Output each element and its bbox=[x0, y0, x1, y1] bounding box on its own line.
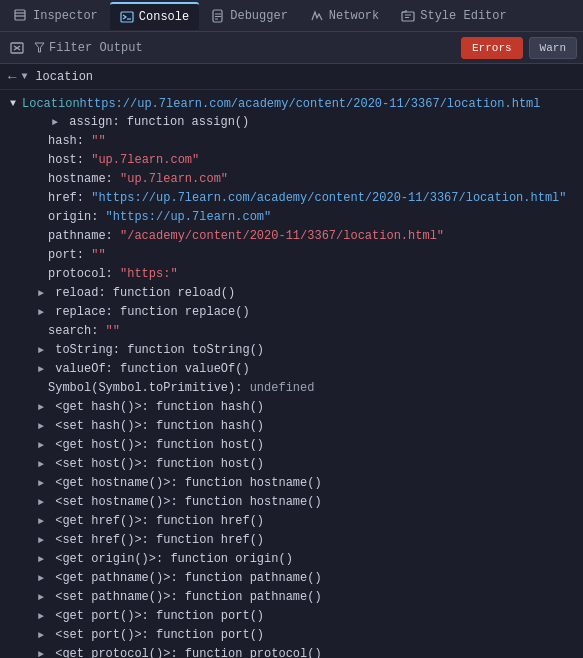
line-set-hostname: ► <set hostname()>: function hostname() bbox=[0, 493, 583, 512]
filter-label: Filter Output bbox=[34, 41, 143, 55]
valueof-expand[interactable]: ► bbox=[34, 361, 48, 378]
nav-label-debugger: Debugger bbox=[230, 9, 288, 23]
line-get-host: ► <get host()>: function host() bbox=[0, 436, 583, 455]
line-set-host: ► <set host()>: function host() bbox=[0, 455, 583, 474]
location-key: Location bbox=[22, 97, 80, 111]
breadcrumb-text: location bbox=[35, 70, 93, 84]
set-hostname-expand[interactable]: ► bbox=[34, 494, 48, 511]
line-host: host: "up.7learn.com" bbox=[0, 151, 583, 170]
back-arrow-icon[interactable]: ← bbox=[8, 69, 16, 85]
breadcrumb-nav[interactable]: ← ▼ bbox=[8, 69, 27, 85]
line-search: search: "" bbox=[0, 322, 583, 341]
warn-button[interactable]: Warn bbox=[529, 37, 577, 59]
breadcrumb-bar: ← ▼ location bbox=[0, 64, 583, 90]
filter-icon bbox=[34, 42, 45, 53]
location-expand-arrow[interactable]: ▼ bbox=[6, 95, 20, 112]
get-origin-expand[interactable]: ► bbox=[34, 551, 48, 568]
line-protocol: protocol: "https:" bbox=[0, 265, 583, 284]
line-pathname: pathname: "/academy/content/2020-11/3367… bbox=[0, 227, 583, 246]
tostring-expand[interactable]: ► bbox=[34, 342, 48, 359]
replace-expand[interactable]: ► bbox=[34, 304, 48, 321]
line-href: href: "https://up.7learn.com/academy/con… bbox=[0, 189, 583, 208]
nav-label-network: Network bbox=[329, 9, 379, 23]
get-href-expand[interactable]: ► bbox=[34, 513, 48, 530]
inspector-icon bbox=[14, 9, 28, 23]
line-get-hash: ► <get hash()>: function hash() bbox=[0, 398, 583, 417]
line-valueof: ► valueOf: function valueOf() bbox=[0, 360, 583, 379]
warn-label: Warn bbox=[540, 42, 566, 54]
set-pathname-expand[interactable]: ► bbox=[34, 589, 48, 606]
set-port-expand[interactable]: ► bbox=[34, 627, 48, 644]
console-output[interactable]: ▼ Location https://up.7learn.com/academy… bbox=[0, 90, 583, 658]
line-hash: hash: "" bbox=[0, 132, 583, 151]
line-symbol: Symbol(Symbol.toPrimitive): undefined bbox=[0, 379, 583, 398]
assign-expand[interactable]: ► bbox=[48, 114, 62, 131]
nav-item-inspector[interactable]: Inspector bbox=[4, 2, 108, 30]
nav-label-style-editor: Style Editor bbox=[420, 9, 506, 23]
line-set-hash: ► <set hash()>: function hash() bbox=[0, 417, 583, 436]
svg-rect-0 bbox=[15, 10, 25, 20]
nav-item-style-editor[interactable]: Style Editor bbox=[391, 2, 516, 30]
svg-rect-9 bbox=[402, 12, 414, 21]
get-host-expand[interactable]: ► bbox=[34, 437, 48, 454]
line-tostring: ► toString: function toString() bbox=[0, 341, 583, 360]
network-icon bbox=[310, 9, 324, 23]
top-nav: Inspector Console Debugger bbox=[0, 0, 583, 32]
line-get-port: ► <get port()>: function port() bbox=[0, 607, 583, 626]
location-url: https://up.7learn.com/academy/content/20… bbox=[80, 97, 541, 111]
style-editor-icon bbox=[401, 9, 415, 23]
set-hash-expand[interactable]: ► bbox=[34, 418, 48, 435]
get-hostname-expand[interactable]: ► bbox=[34, 475, 48, 492]
nav-label-console: Console bbox=[139, 10, 189, 24]
set-host-expand[interactable]: ► bbox=[34, 456, 48, 473]
clear-button[interactable] bbox=[6, 37, 28, 59]
line-reload: ► reload: function reload() bbox=[0, 284, 583, 303]
expand-triangle-icon[interactable]: ▼ bbox=[21, 71, 27, 82]
line-port: port: "" bbox=[0, 246, 583, 265]
nav-item-debugger[interactable]: Debugger bbox=[201, 2, 298, 30]
filter-text: Filter Output bbox=[49, 41, 143, 55]
line-get-protocol: ► <get protocol()>: function protocol() bbox=[0, 645, 583, 658]
line-hostname: hostname: "up.7learn.com" bbox=[0, 170, 583, 189]
location-header-line: ▼ Location https://up.7learn.com/academy… bbox=[0, 94, 583, 113]
line-set-port: ► <set port()>: function port() bbox=[0, 626, 583, 645]
nav-item-network[interactable]: Network bbox=[300, 2, 389, 30]
line-set-href: ► <set href()>: function href() bbox=[0, 531, 583, 550]
debugger-icon bbox=[211, 9, 225, 23]
toolbar: Filter Output Errors Warn bbox=[0, 32, 583, 64]
svg-marker-15 bbox=[35, 43, 44, 52]
nav-label-inspector: Inspector bbox=[33, 9, 98, 23]
line-origin: origin: "https://up.7learn.com" bbox=[0, 208, 583, 227]
line-get-hostname: ► <get hostname()>: function hostname() bbox=[0, 474, 583, 493]
errors-label: Errors bbox=[472, 42, 512, 54]
line-get-origin: ► <get origin()>: function origin() bbox=[0, 550, 583, 569]
get-port-expand[interactable]: ► bbox=[34, 608, 48, 625]
nav-item-console[interactable]: Console bbox=[110, 2, 199, 30]
set-href-expand[interactable]: ► bbox=[34, 532, 48, 549]
line-replace: ► replace: function replace() bbox=[0, 303, 583, 322]
reload-expand[interactable]: ► bbox=[34, 285, 48, 302]
errors-button[interactable]: Errors bbox=[461, 37, 523, 59]
line-get-pathname: ► <get pathname()>: function pathname() bbox=[0, 569, 583, 588]
line-get-href: ► <get href()>: function href() bbox=[0, 512, 583, 531]
line-set-pathname: ► <set pathname()>: function pathname() bbox=[0, 588, 583, 607]
get-hash-expand[interactable]: ► bbox=[34, 399, 48, 416]
get-pathname-expand[interactable]: ► bbox=[34, 570, 48, 587]
console-icon bbox=[120, 10, 134, 24]
get-protocol-expand[interactable]: ► bbox=[34, 646, 48, 658]
line-assign: ► assign: function assign() bbox=[14, 113, 583, 132]
